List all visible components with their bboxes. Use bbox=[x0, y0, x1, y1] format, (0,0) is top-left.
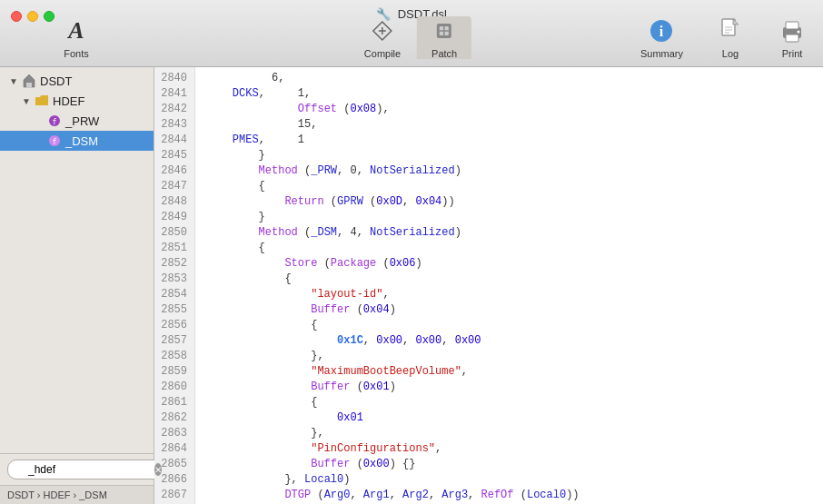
line-number: 2860 bbox=[158, 380, 187, 395]
code-line: Method (_PRW, 0, NotSerialized) bbox=[206, 163, 812, 179]
line-number: 2850 bbox=[158, 225, 187, 241]
line-number: 2844 bbox=[158, 133, 187, 148]
code-line: 0x01 bbox=[206, 410, 812, 426]
code-line: Buffer (0x01) bbox=[206, 380, 812, 395]
folder-icon bbox=[35, 94, 49, 108]
code-content: 2840284128422843284428452846284728482849… bbox=[154, 67, 823, 504]
summary-label: Summary bbox=[640, 48, 683, 59]
svg-rect-13 bbox=[786, 22, 798, 29]
line-number: 2864 bbox=[158, 441, 187, 457]
func-icon-dsm: f bbox=[47, 133, 62, 148]
breadcrumb: DSDT › HDEF › _DSM bbox=[0, 485, 154, 504]
code-line: { bbox=[206, 179, 812, 194]
svg-text:f: f bbox=[52, 117, 56, 126]
log-label: Log bbox=[722, 48, 739, 59]
maximize-button[interactable] bbox=[44, 11, 55, 22]
sidebar: ▼ DSDT ▼ HDEF ▶ f bbox=[0, 67, 154, 504]
print-icon bbox=[778, 16, 807, 45]
traffic-lights bbox=[0, 11, 55, 22]
sidebar-item-dsdt[interactable]: ▼ DSDT bbox=[0, 71, 154, 91]
sidebar-tree[interactable]: ▼ DSDT ▼ HDEF ▶ f bbox=[0, 67, 154, 453]
compile-button[interactable]: Compile bbox=[352, 16, 413, 59]
search-input[interactable] bbox=[7, 460, 171, 479]
svg-rect-16 bbox=[26, 83, 32, 87]
line-number: 2867 bbox=[158, 488, 187, 503]
line-number: 2851 bbox=[158, 241, 187, 256]
code-line: Offset (0x08), bbox=[206, 102, 812, 117]
fonts-icon: A bbox=[62, 16, 91, 45]
line-number: 2856 bbox=[158, 318, 187, 333]
close-button[interactable] bbox=[11, 11, 22, 22]
toolbar-left: A Fonts bbox=[0, 0, 116, 66]
log-button[interactable]: Log bbox=[699, 16, 761, 66]
code-line: } bbox=[206, 148, 812, 163]
toolbar-right: i Summary Log bbox=[624, 0, 823, 66]
sidebar-item-dsm[interactable]: ▶ f _DSM bbox=[0, 131, 154, 151]
line-number: 2853 bbox=[158, 272, 187, 287]
line-number: 2861 bbox=[158, 395, 187, 410]
compile-icon bbox=[368, 16, 397, 45]
code-line: } bbox=[206, 210, 812, 225]
line-number: 2855 bbox=[158, 302, 187, 318]
disclosure-dsm: ▶ bbox=[33, 134, 45, 147]
compile-label: Compile bbox=[364, 48, 401, 59]
code-line: PMES, 1 bbox=[206, 133, 812, 148]
code-line: Buffer (0x00) {} bbox=[206, 457, 812, 472]
line-number: 2847 bbox=[158, 179, 187, 194]
code-line: DCKS, 1, bbox=[206, 86, 812, 102]
line-number: 2863 bbox=[158, 426, 187, 441]
code-line: }, bbox=[206, 349, 812, 364]
print-label: Print bbox=[782, 48, 803, 59]
patch-icon bbox=[430, 16, 459, 45]
line-number: 2852 bbox=[158, 256, 187, 272]
disclosure-hdef: ▼ bbox=[20, 94, 33, 107]
line-number: 2848 bbox=[158, 194, 187, 210]
svg-point-15 bbox=[798, 31, 800, 34]
line-number: 2840 bbox=[158, 71, 187, 86]
code-line: { bbox=[206, 318, 812, 333]
print-button[interactable]: Print bbox=[761, 16, 823, 66]
fonts-label: Fonts bbox=[64, 48, 89, 59]
code-line: Method (_DSM, 4, NotSerialized) bbox=[206, 225, 812, 241]
title-bar: A Fonts 🔧 DSDT.dsl Compile bbox=[0, 0, 823, 67]
sidebar-item-prw[interactable]: ▶ f _PRW bbox=[0, 111, 154, 131]
summary-icon: i bbox=[647, 16, 676, 45]
code-line: 0x1C, 0x00, 0x00, 0x00 bbox=[206, 333, 812, 349]
code-line: { bbox=[206, 395, 812, 410]
code-lines: 6, DCKS, 1, Offset (0x08), 15, PMES, 1 }… bbox=[195, 67, 823, 504]
line-number: 2854 bbox=[158, 287, 187, 302]
code-line: Buffer (0x04) bbox=[206, 302, 812, 318]
code-line: }, bbox=[206, 426, 812, 441]
line-number: 2846 bbox=[158, 163, 187, 179]
code-line: Store (Package (0x06) bbox=[206, 256, 812, 272]
code-line: Return (GPRW (0x0D, 0x04)) bbox=[206, 194, 812, 210]
fonts-button[interactable]: A Fonts bbox=[45, 16, 107, 66]
svg-text:i: i bbox=[659, 24, 664, 39]
line-number: 2841 bbox=[158, 86, 187, 102]
code-line: "layout-id", bbox=[206, 287, 812, 302]
line-number: 2859 bbox=[158, 364, 187, 380]
code-line: 15, bbox=[206, 117, 812, 133]
line-number: 2857 bbox=[158, 333, 187, 349]
code-line: DTGP (Arg0, Arg1, Arg2, Arg3, RefOf (Loc… bbox=[206, 488, 812, 503]
patch-label: Patch bbox=[431, 48, 457, 59]
sidebar-item-hdef[interactable]: ▼ HDEF bbox=[0, 91, 154, 111]
line-number: 2845 bbox=[158, 148, 187, 163]
disclosure-prw: ▶ bbox=[33, 114, 45, 127]
code-line: "PinConfigurations", bbox=[206, 441, 812, 457]
minimize-button[interactable] bbox=[27, 11, 38, 22]
line-number: 2866 bbox=[158, 472, 187, 488]
disclosure-dsdt: ▼ bbox=[7, 74, 20, 87]
line-number: 2865 bbox=[158, 457, 187, 472]
home-icon bbox=[22, 74, 36, 88]
line-number: 2849 bbox=[158, 210, 187, 225]
code-line: "MaximumBootBeepVolume", bbox=[206, 364, 812, 380]
search-clear-button[interactable]: ✕ bbox=[154, 463, 162, 476]
svg-text:f: f bbox=[52, 137, 56, 146]
code-area[interactable]: 2840284128422843284428452846284728482849… bbox=[154, 67, 823, 504]
code-line: { bbox=[206, 241, 812, 256]
summary-button[interactable]: i Summary bbox=[624, 16, 699, 66]
svg-rect-14 bbox=[786, 35, 798, 42]
line-number: 2843 bbox=[158, 117, 187, 133]
patch-button[interactable]: Patch bbox=[417, 16, 471, 59]
